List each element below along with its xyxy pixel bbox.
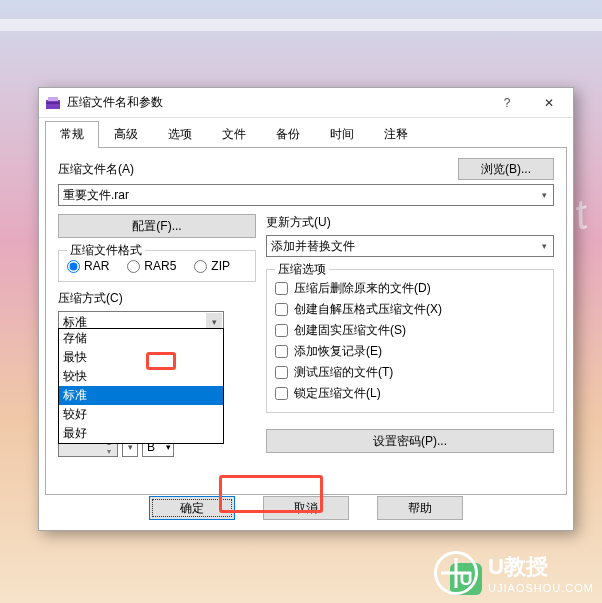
format-zip[interactable]: ZIP xyxy=(194,259,230,273)
method-option-good[interactable]: 较好 xyxy=(59,405,223,424)
method-option-store[interactable]: 存储 xyxy=(59,329,223,348)
tab-options[interactable]: 选项 xyxy=(153,121,207,148)
chk-lock[interactable] xyxy=(275,387,288,400)
close-button[interactable]: ✕ xyxy=(527,89,571,117)
logo-text-sub: UJIAOSHOU.COM xyxy=(488,582,594,594)
titlebar: 压缩文件名和参数 ? ✕ xyxy=(39,88,573,118)
chk-lock-label: 锁定压缩文件(L) xyxy=(294,385,381,402)
svg-rect-1 xyxy=(48,97,58,101)
tab-time[interactable]: 时间 xyxy=(315,121,369,148)
dialog-window: 压缩文件名和参数 ? ✕ 常规 高级 选项 文件 备份 时间 注释 压缩文件名(… xyxy=(38,87,574,531)
chk-solid-label: 创建固实压缩文件(S) xyxy=(294,322,406,339)
method-label: 压缩方式(C) xyxy=(58,290,256,307)
svg-rect-0 xyxy=(46,100,60,109)
format-rar-label: RAR xyxy=(84,259,109,273)
chk-recovery[interactable] xyxy=(275,345,288,358)
spin-down-icon[interactable]: ▾ xyxy=(101,447,117,456)
method-option-best[interactable]: 最好 xyxy=(59,424,223,443)
method-dropdown-list: 存储 最快 较快 标准 较好 最好 xyxy=(58,328,224,444)
logo-text-main: U教授 xyxy=(488,554,548,579)
method-option-normal[interactable]: 标准 xyxy=(59,386,223,405)
help-button[interactable]: 帮助 xyxy=(377,496,463,520)
globe-icon xyxy=(434,551,478,595)
app-icon xyxy=(45,95,61,111)
tab-advanced[interactable]: 高级 xyxy=(99,121,153,148)
chk-sfx[interactable] xyxy=(275,303,288,316)
method-option-fastest[interactable]: 最快 xyxy=(59,348,223,367)
svg-rect-2 xyxy=(46,102,60,104)
help-icon[interactable]: ? xyxy=(497,93,517,113)
options-legend: 压缩选项 xyxy=(275,261,329,278)
format-rar[interactable]: RAR xyxy=(67,259,109,273)
chevron-down-icon[interactable]: ▾ xyxy=(536,237,552,255)
ok-button[interactable]: 确定 xyxy=(149,496,235,520)
format-zip-label: ZIP xyxy=(211,259,230,273)
site-logo: U教授 UJIAOSHOU.COM xyxy=(434,551,594,595)
update-value: 添加并替换文件 xyxy=(271,239,355,253)
chk-recovery-label: 添加恢复记录(E) xyxy=(294,343,382,360)
cancel-button[interactable]: 取消 xyxy=(263,496,349,520)
tab-comment[interactable]: 注释 xyxy=(369,121,423,148)
chk-test[interactable] xyxy=(275,366,288,379)
chk-test-label: 测试压缩的文件(T) xyxy=(294,364,393,381)
archive-name-value: 重要文件.rar xyxy=(63,188,129,202)
tab-general[interactable]: 常规 xyxy=(45,121,99,148)
profiles-button[interactable]: 配置(F)... xyxy=(58,214,256,238)
tab-panel-general: 压缩文件名(A) 浏览(B)... 重要文件.rar ▾ 配置(F)... 压缩… xyxy=(45,147,567,495)
password-label: 设置密码(P)... xyxy=(373,433,447,450)
update-label: 更新方式(U) xyxy=(266,214,554,231)
password-button[interactable]: 设置密码(P)... xyxy=(266,429,554,453)
window-title: 压缩文件名和参数 xyxy=(67,94,491,111)
tab-files[interactable]: 文件 xyxy=(207,121,261,148)
chevron-down-icon[interactable]: ▾ xyxy=(536,186,552,204)
tabstrip: 常规 高级 选项 文件 备份 时间 注释 xyxy=(39,118,573,147)
method-selected: 标准 xyxy=(63,315,87,329)
dialog-footer: 确定 取消 帮助 xyxy=(39,496,573,520)
format-rar5-label: RAR5 xyxy=(144,259,176,273)
format-legend: 压缩文件格式 xyxy=(67,242,145,259)
chk-sfx-label: 创建自解压格式压缩文件(X) xyxy=(294,301,442,318)
archive-name-input[interactable]: 重要文件.rar ▾ xyxy=(58,184,554,206)
chk-delete-after[interactable] xyxy=(275,282,288,295)
archive-name-label: 压缩文件名(A) xyxy=(58,161,134,178)
format-rar5[interactable]: RAR5 xyxy=(127,259,176,273)
update-select[interactable]: 添加并替换文件 ▾ xyxy=(266,235,554,257)
chk-solid[interactable] xyxy=(275,324,288,337)
profiles-label: 配置(F)... xyxy=(132,218,181,235)
chk-delete-after-label: 压缩后删除原来的文件(D) xyxy=(294,280,431,297)
browse-button[interactable]: 浏览(B)... xyxy=(458,158,554,180)
tab-backup[interactable]: 备份 xyxy=(261,121,315,148)
method-option-fast[interactable]: 较快 xyxy=(59,367,223,386)
